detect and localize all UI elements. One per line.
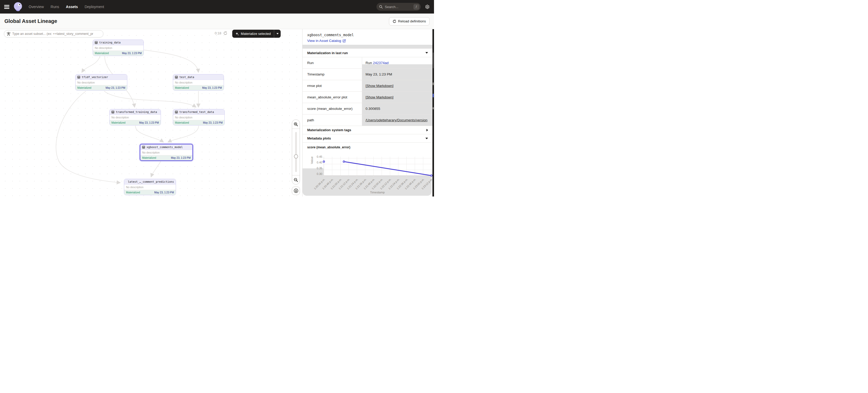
plot-canvas bbox=[323, 157, 431, 176]
metadata-row-timestamp: Timestamp May 23, 1:23 PM bbox=[303, 69, 433, 80]
zoom-slider-handle[interactable] bbox=[294, 154, 298, 159]
metadata-row-mae-plot: mean_absolute_error plot [Show Markdown] bbox=[303, 92, 433, 103]
asset-node-training-data[interactable]: training_data No description Materialize… bbox=[93, 39, 144, 56]
metadata-row-path: path /Users/odetteharary/Documents/versi… bbox=[303, 114, 433, 126]
table-icon bbox=[112, 110, 114, 113]
table-icon bbox=[175, 110, 178, 113]
table-icon bbox=[126, 181, 126, 183]
external-link-icon bbox=[343, 39, 346, 42]
zoom-slider-track bbox=[295, 132, 297, 172]
download-icon bbox=[294, 189, 298, 193]
asset-graph-icon bbox=[7, 32, 10, 36]
gear-icon bbox=[425, 4, 430, 9]
search-shortcut-badge: / bbox=[413, 4, 419, 10]
table-icon bbox=[95, 41, 98, 44]
materialize-selected-button[interactable]: Materialize selected bbox=[232, 30, 281, 38]
background-window-sliver bbox=[432, 29, 434, 197]
section-materialization-last-run[interactable]: Materialization in last run bbox=[303, 48, 433, 57]
asset-lineage-graph: Type an asset subset... (ex: ++latest_st… bbox=[0, 29, 302, 197]
sparkle-icon bbox=[235, 32, 239, 36]
nav-link-runs[interactable]: Runs bbox=[51, 5, 59, 9]
nav-link-overview[interactable]: Overview bbox=[29, 5, 44, 9]
zoom-in-icon bbox=[294, 122, 298, 127]
zoom-in-button[interactable] bbox=[292, 120, 300, 129]
reload-definitions-button[interactable]: Reload definitions bbox=[389, 17, 430, 26]
table-icon bbox=[142, 146, 145, 149]
status-badge: Materialized bbox=[126, 191, 140, 194]
status-badge: Materialized bbox=[175, 121, 189, 124]
status-badge: Materialized bbox=[112, 121, 125, 124]
asset-node-xgboost-comments-model[interactable]: xgboost_comments_model No description Ma… bbox=[140, 144, 193, 161]
run-id-link[interactable]: 242374ad bbox=[373, 61, 389, 65]
table-icon bbox=[175, 76, 178, 78]
dagster-logo[interactable] bbox=[13, 2, 23, 12]
search-placeholder: Search... bbox=[385, 5, 413, 9]
search-icon bbox=[379, 5, 383, 9]
chevron-down-icon bbox=[277, 33, 279, 34]
asset-node-transformed-training-data[interactable]: transformed_training_data No description… bbox=[110, 109, 161, 126]
zoom-slider[interactable] bbox=[292, 129, 300, 175]
zoom-out-icon bbox=[294, 178, 298, 182]
page-header: Global Asset Lineage Reload definitions bbox=[0, 13, 434, 29]
chevron-right-icon bbox=[427, 129, 428, 131]
page-title: Global Asset Lineage bbox=[4, 18, 57, 24]
loading-placeholder bbox=[362, 64, 433, 68]
show-markdown-link[interactable]: [Show Markdown] bbox=[366, 84, 393, 88]
refresh-graph-icon[interactable] bbox=[223, 31, 227, 35]
metadata-plot-svg bbox=[324, 157, 431, 177]
refresh-timer: 0:18 bbox=[215, 31, 221, 35]
status-badge: Materialized bbox=[142, 156, 156, 159]
status-badge: Materialized bbox=[77, 87, 91, 89]
panel-asset-title: xgboost_comments_model bbox=[303, 29, 433, 37]
menu-icon[interactable] bbox=[4, 5, 9, 9]
metadata-row-run: Run Run 242374ad bbox=[303, 57, 433, 69]
x-axis-title: Timestamp bbox=[323, 191, 431, 194]
refresh-icon bbox=[393, 20, 396, 23]
nav-links: Overview Runs Assets Deployment bbox=[29, 5, 104, 9]
show-markdown-link[interactable]: [Show Markdown] bbox=[366, 95, 393, 99]
metadata-plot: Value 0.45 0.40 0.35 0.30 1:20:36 p.m.1:… bbox=[303, 150, 433, 197]
chevron-down-icon bbox=[426, 52, 428, 54]
asset-subset-placeholder: Type an asset subset... (ex: ++latest_st… bbox=[12, 32, 93, 36]
metadata-plot-title: score (mean_absolute_error) bbox=[303, 143, 433, 150]
nav-link-assets[interactable]: Assets bbox=[66, 5, 78, 9]
path-link[interactable]: /Users/odetteharary/Documents/version bbox=[366, 118, 428, 122]
asset-node-tfidf-vectorizer[interactable]: tfidf_vectorizer No description Material… bbox=[75, 74, 127, 91]
loading-placeholder bbox=[303, 45, 433, 48]
download-graph-button[interactable] bbox=[292, 187, 300, 195]
graph-toolbar: Type an asset subset... (ex: ++latest_st… bbox=[0, 29, 302, 41]
view-in-asset-catalog-link[interactable]: View in Asset Catalog bbox=[303, 37, 350, 43]
asset-subset-input[interactable]: Type an asset subset... (ex: ++latest_st… bbox=[4, 30, 103, 37]
top-nav: Overview Runs Assets Deployment Search..… bbox=[0, 0, 434, 13]
zoom-controls bbox=[292, 120, 300, 185]
zoom-out-button[interactable] bbox=[292, 175, 300, 184]
chevron-down-icon bbox=[426, 138, 428, 139]
status-badge: Materialized bbox=[175, 87, 189, 89]
search-input[interactable]: Search... / bbox=[376, 3, 421, 11]
asset-node-transformed-test-data[interactable]: transformed_test_data No description Mat… bbox=[173, 109, 225, 126]
section-materialization-system-tags[interactable]: Materialization system tags bbox=[303, 126, 433, 134]
metadata-row-score: score (mean_absolute_error) 0.300855 bbox=[303, 103, 433, 114]
settings-button[interactable] bbox=[425, 4, 430, 9]
materialize-options-dropdown[interactable] bbox=[274, 30, 281, 38]
asset-node-test-data[interactable]: test_data No description MaterializedMay… bbox=[173, 74, 224, 91]
metadata-row-rmse-plot: rmse plot [Show Markdown] bbox=[303, 80, 433, 92]
nav-link-deployment[interactable]: Deployment bbox=[85, 5, 104, 9]
status-badge: Materialized bbox=[95, 52, 109, 55]
section-metadata-plots[interactable]: Metadata plots bbox=[303, 134, 433, 143]
asset-details-panel: xgboost_comments_model View in Asset Cat… bbox=[302, 29, 434, 197]
asset-node-latest-comment-predictions[interactable]: latest_…_comment_predictions No descript… bbox=[124, 179, 176, 195]
table-icon bbox=[77, 76, 80, 78]
y-axis-title: Value bbox=[310, 156, 313, 164]
